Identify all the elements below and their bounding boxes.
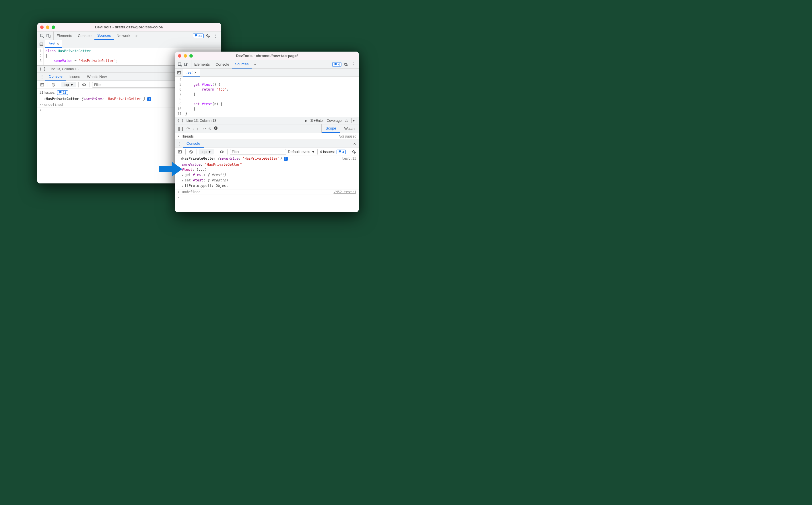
tab-console[interactable]: Console bbox=[75, 31, 94, 40]
source-link[interactable]: VM52 test:1 bbox=[334, 190, 356, 194]
run-snippet-icon[interactable]: ▶ bbox=[305, 119, 307, 123]
object-tree[interactable]: someValue: "HasPrivateGetter" #test: (..… bbox=[177, 162, 356, 189]
settings-icon[interactable] bbox=[343, 61, 349, 68]
navigator-toggle-icon[interactable] bbox=[37, 40, 45, 48]
pretty-print-icon[interactable]: { } bbox=[177, 119, 184, 123]
issues-chip[interactable]: 4 bbox=[337, 150, 346, 154]
cursor-position: Line 13, Column 13 bbox=[187, 119, 216, 123]
issues-badge[interactable]: 21 bbox=[193, 33, 204, 38]
more-tabs-icon[interactable]: » bbox=[133, 31, 140, 40]
code-content: get #test() { return 'foo'; } set #test(… bbox=[183, 77, 230, 117]
console-log-row[interactable]: ▼HasPrivateGetter {someValue: 'HasPrivat… bbox=[175, 156, 359, 189]
console-return-row: ‹· undefined VM52 test:1 bbox=[175, 189, 359, 195]
drawer-tabs: ⋮ Console × bbox=[175, 140, 359, 148]
threads-label: Threads bbox=[181, 134, 194, 138]
kebab-menu-icon[interactable]: ⋮ bbox=[350, 61, 356, 68]
file-tab-test[interactable]: test × bbox=[45, 40, 62, 48]
editor-statusbar: { } Line 13, Column 13 ▶ ⌘+Enter Coverag… bbox=[175, 117, 359, 124]
object-name: HasPrivateGetter bbox=[45, 97, 79, 101]
svg-rect-11 bbox=[215, 127, 216, 129]
window-title: DevTools - drafts.csswg.org/css-color/ bbox=[37, 25, 221, 29]
svg-point-10 bbox=[214, 126, 218, 130]
device-toggle-icon[interactable] bbox=[183, 61, 189, 68]
sidebar-toggle-icon[interactable] bbox=[177, 149, 183, 155]
device-toggle-icon[interactable] bbox=[45, 33, 51, 39]
close-file-icon[interactable]: × bbox=[194, 70, 197, 75]
drawer-menu-icon[interactable]: ⋮ bbox=[176, 140, 183, 148]
pause-exceptions-icon[interactable] bbox=[214, 126, 218, 131]
step-out-icon[interactable]: ↑ bbox=[197, 126, 199, 131]
pretty-print-icon[interactable]: { } bbox=[39, 67, 46, 71]
issues-label: 4 Issues: bbox=[320, 150, 335, 154]
filter-input[interactable] bbox=[230, 149, 286, 155]
console-toolbar: top ▼ Default levels ▼ 4 Issues: 4 bbox=[175, 148, 359, 156]
issues-chip[interactable]: 21 bbox=[57, 90, 68, 95]
tab-console[interactable]: Console bbox=[213, 60, 232, 68]
more-tabs-icon[interactable]: » bbox=[252, 60, 258, 68]
sidebar-toggle-icon[interactable] bbox=[39, 82, 45, 88]
live-expression-icon[interactable] bbox=[81, 82, 87, 88]
line-gutter: 4567891011 bbox=[175, 77, 183, 117]
context-selector[interactable]: top ▼ bbox=[62, 82, 76, 88]
tab-elements[interactable]: Elements bbox=[54, 31, 75, 40]
code-content: class HasPrivateGetter { someValue = 'Ha… bbox=[43, 48, 120, 65]
svg-rect-1 bbox=[47, 34, 49, 37]
drawer-menu-icon[interactable]: ⋮ bbox=[38, 73, 45, 80]
console-prompt[interactable]: › bbox=[175, 195, 359, 200]
code-editor[interactable]: 4567891011 get #test() { return 'foo'; }… bbox=[175, 77, 359, 117]
titlebar[interactable]: DevTools - chrome://new-tab-page/ bbox=[175, 51, 359, 60]
context-selector[interactable]: top ▼ bbox=[199, 149, 214, 155]
not-paused-label: Not paused bbox=[339, 134, 356, 138]
close-file-icon[interactable]: × bbox=[56, 41, 59, 46]
info-icon[interactable]: i bbox=[284, 157, 288, 161]
file-tab-label: test bbox=[49, 41, 55, 46]
drawer-tab-console[interactable]: Console bbox=[183, 140, 204, 148]
clear-console-icon[interactable] bbox=[50, 82, 56, 88]
threads-panel[interactable]: ▼ Threads Not paused bbox=[175, 133, 359, 140]
close-drawer-icon[interactable]: × bbox=[351, 140, 359, 148]
console-output: ▼HasPrivateGetter {someValue: 'HasPrivat… bbox=[175, 156, 359, 212]
settings-icon[interactable] bbox=[205, 33, 211, 39]
scope-tab[interactable]: Scope bbox=[322, 124, 340, 133]
undefined-value: undefined bbox=[182, 190, 333, 194]
file-tab-test[interactable]: test × bbox=[183, 69, 200, 76]
file-tabs: test × bbox=[175, 69, 359, 77]
deactivate-breakpoints-icon[interactable]: ⦸ bbox=[209, 126, 211, 131]
inspect-icon[interactable] bbox=[39, 33, 45, 39]
arrow-icon bbox=[159, 162, 182, 177]
inspect-icon[interactable] bbox=[177, 61, 183, 68]
line-gutter: 1 2 3 bbox=[37, 48, 43, 65]
tab-elements[interactable]: Elements bbox=[191, 60, 213, 68]
main-toolbar: Elements Console Sources Network » 21 ⋮ bbox=[37, 31, 221, 40]
clear-console-icon[interactable] bbox=[188, 149, 194, 155]
cursor-position: Line 13, Column 13 bbox=[49, 67, 79, 71]
step-into-icon[interactable]: ↓ bbox=[192, 126, 194, 131]
source-link[interactable]: test:13 bbox=[342, 157, 356, 161]
step-over-icon[interactable]: ↷ bbox=[187, 126, 190, 131]
svg-rect-8 bbox=[187, 64, 188, 66]
window-title: DevTools - chrome://new-tab-page/ bbox=[175, 53, 359, 58]
console-settings-icon[interactable] bbox=[351, 149, 357, 155]
drawer-tab-whatsnew[interactable]: What's New bbox=[84, 73, 110, 80]
tab-sources[interactable]: Sources bbox=[94, 31, 114, 40]
coverage-label: Coverage: n/a bbox=[327, 119, 348, 123]
pause-icon[interactable]: ❚❚ bbox=[177, 126, 184, 131]
tab-network[interactable]: Network bbox=[114, 31, 133, 40]
tab-sources[interactable]: Sources bbox=[232, 60, 252, 68]
drawer-tab-console[interactable]: Console bbox=[45, 73, 66, 80]
watch-tab[interactable]: Watch bbox=[340, 124, 359, 133]
navigator-toggle-icon[interactable] bbox=[175, 69, 183, 76]
issues-badge[interactable]: 4 bbox=[332, 62, 341, 67]
kebab-menu-icon[interactable]: ⋮ bbox=[212, 33, 219, 39]
info-icon[interactable]: i bbox=[147, 97, 151, 101]
log-levels[interactable]: Default levels ▼ bbox=[288, 150, 315, 154]
drawer-tab-issues[interactable]: Issues bbox=[66, 73, 84, 80]
main-toolbar: Elements Console Sources » 4 ⋮ bbox=[175, 60, 359, 69]
debugger-toolbar: ❚❚ ↷ ↓ ↑ →• ⦸ Scope Watch bbox=[175, 124, 359, 133]
svg-rect-12 bbox=[216, 127, 216, 129]
file-tab-label: test bbox=[187, 70, 193, 74]
titlebar[interactable]: DevTools - drafts.csswg.org/css-color/ bbox=[37, 23, 221, 31]
step-icon[interactable]: →• bbox=[201, 126, 206, 131]
live-expression-icon[interactable] bbox=[219, 149, 225, 155]
collapse-icon[interactable]: ▾ bbox=[351, 118, 356, 123]
